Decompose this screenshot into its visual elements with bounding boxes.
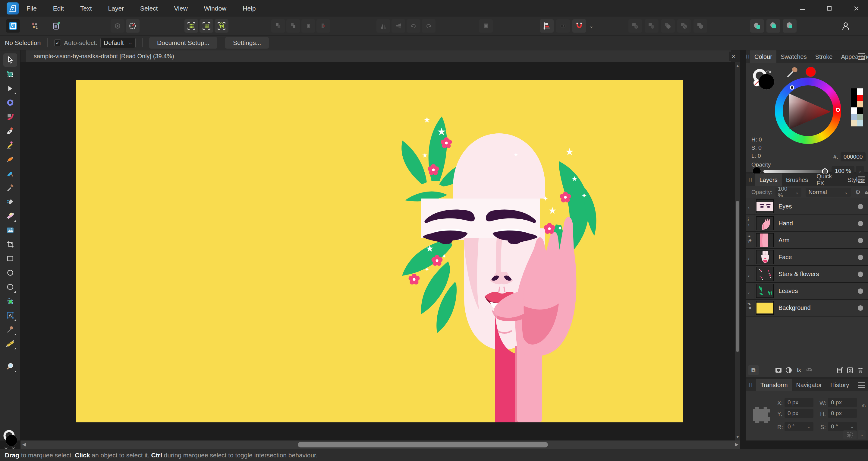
rotate-cw-button[interactable] — [422, 19, 435, 33]
layer-visibility-toggle[interactable] — [858, 271, 863, 277]
tab-swatches[interactable]: Swatches — [776, 50, 811, 63]
vertical-scroll-thumb[interactable] — [736, 201, 739, 352]
new-pixel-layer-icon[interactable] — [845, 365, 855, 375]
layer-row-background[interactable]: ▪▴◦◆ Background — [746, 299, 868, 316]
x-field[interactable]: 0 px — [784, 398, 813, 407]
layer-lock-icon[interactable]: 🔒︎ — [865, 189, 868, 196]
snap-grid-button[interactable] — [184, 19, 198, 33]
expand-chevron-icon[interactable]: › — [748, 290, 749, 295]
autoselect-dropdown[interactable]: Default ⌄ — [100, 38, 135, 48]
layer-row-face[interactable]: › Face — [746, 249, 868, 266]
flip-horizontal-button[interactable] — [376, 19, 390, 33]
delete-layer-trash-icon[interactable] — [855, 365, 866, 375]
layers-opacity-dropdown[interactable]: 100 % ⌄ — [775, 188, 801, 197]
transform-mode-toggle[interactable] — [556, 19, 570, 33]
y-field[interactable]: 0 px — [784, 409, 813, 418]
tab-layers[interactable]: Layers — [755, 173, 782, 186]
ruler-tool[interactable] — [3, 337, 17, 350]
pen-tool[interactable] — [3, 124, 17, 138]
rounded-rectangle-tool[interactable] — [3, 280, 17, 293]
menu-view[interactable]: View — [174, 5, 187, 12]
layer-effects-fx-icon[interactable]: fx — [794, 365, 804, 375]
paint-brush-tool[interactable] — [3, 167, 17, 180]
layer-visibility-toggle[interactable] — [858, 255, 863, 260]
app-logo-icon[interactable] — [7, 2, 19, 15]
autoselect-checkbox[interactable]: ✓ — [54, 39, 61, 46]
panel-menu-icon[interactable] — [858, 53, 865, 60]
layer-thumbnail[interactable] — [756, 267, 774, 281]
node-tool[interactable] — [3, 82, 17, 95]
ellipse-tool[interactable] — [3, 266, 17, 279]
knife-tool[interactable] — [3, 181, 17, 194]
expand-chevron-icon[interactable]: › — [748, 273, 749, 278]
scroll-left-icon[interactable]: ◀ — [22, 442, 26, 447]
chevron-down-icon[interactable]: ⌄ — [858, 430, 866, 439]
move-backward-button[interactable] — [301, 19, 315, 33]
layer-row-stars-flowers[interactable]: › Stars & flowers — [746, 266, 868, 283]
account-button[interactable] — [839, 19, 852, 33]
layer-thumbnail[interactable] — [756, 301, 774, 315]
layer-settings-gear-icon[interactable]: ⚙ — [855, 189, 861, 196]
layer-row-hand[interactable]: ⟆› Hand — [746, 215, 868, 232]
tab-colour[interactable]: Colour — [750, 50, 776, 63]
opacity-slider[interactable] — [764, 170, 827, 173]
document-setup-button[interactable]: Document Setup... — [149, 37, 217, 49]
boolean-combine-button[interactable] — [693, 19, 707, 33]
panel-grip-icon[interactable]: II — [746, 50, 750, 63]
layer-visibility-toggle[interactable] — [858, 204, 863, 209]
layer-thumbnail[interactable] — [756, 250, 774, 264]
menu-file[interactable]: File — [27, 5, 37, 12]
panel-grip-icon[interactable]: II — [746, 379, 756, 391]
layer-visibility-toggle[interactable] — [858, 238, 863, 243]
move-tool[interactable] — [3, 53, 17, 67]
horizontal-scroll-thumb[interactable] — [298, 442, 548, 448]
snap-geometry-button[interactable] — [215, 19, 228, 33]
insert-inside-button[interactable] — [783, 19, 797, 33]
selection-box-toggle[interactable] — [843, 430, 857, 439]
scroll-right-icon[interactable]: ▶ — [735, 442, 738, 447]
layer-visibility-toggle[interactable] — [858, 221, 863, 226]
layer-visibility-toggle[interactable] — [858, 288, 863, 294]
layer-thumbnail[interactable] — [756, 233, 774, 247]
move-forward-button[interactable] — [286, 19, 300, 33]
snap-pixels-button[interactable] — [199, 19, 213, 33]
insert-on-top-button[interactable] — [767, 19, 780, 33]
shape-builder-tool[interactable] — [3, 294, 17, 308]
expand-chevron-icon[interactable]: › — [748, 222, 749, 227]
rotate-ccw-button[interactable] — [407, 19, 421, 33]
menu-edit[interactable]: Edit — [53, 5, 64, 12]
tab-transform[interactable]: Transform — [756, 379, 792, 391]
edit-all-layers-icon[interactable]: ⧉ — [748, 365, 758, 375]
colour-picker-tool[interactable] — [3, 323, 17, 336]
preferences-gear-button[interactable] — [126, 19, 140, 33]
menu-layer[interactable]: Layer — [108, 5, 124, 12]
blend-mode-dropdown[interactable]: Normal ⌄ — [806, 188, 851, 197]
insert-behind-button[interactable] — [750, 19, 764, 33]
toggle-ui-gear-button[interactable] — [111, 19, 124, 33]
boolean-divide-button[interactable] — [677, 19, 691, 33]
snapping-magnet-button[interactable] — [572, 19, 586, 33]
picked-colour-swatch[interactable] — [806, 67, 816, 77]
s-field[interactable]: 0 °⌄ — [828, 422, 857, 431]
scroll-up-icon[interactable]: ▲ — [736, 63, 740, 68]
document-tab[interactable]: sample-vision-by-nastka-drabot [Read Onl… — [26, 50, 731, 62]
insert-behaviour-button[interactable] — [479, 19, 493, 33]
fill-tool[interactable] — [3, 195, 17, 208]
designer-persona-button[interactable] — [6, 19, 20, 33]
vertical-scrollbar[interactable]: ▲ ▼ — [735, 62, 740, 440]
menu-help[interactable]: Help — [243, 5, 255, 12]
boolean-subtract-button[interactable] — [645, 19, 658, 33]
artboard-tool[interactable] — [3, 67, 17, 81]
menu-text[interactable]: Text — [80, 5, 92, 12]
hex-input[interactable]: 000000 — [841, 152, 866, 162]
triangle-marker[interactable] — [790, 85, 794, 90]
menu-select[interactable]: Select — [140, 5, 158, 12]
corner-tool[interactable] — [3, 110, 17, 123]
panel-menu-icon[interactable] — [858, 382, 865, 388]
panel-menu-icon[interactable] — [858, 176, 865, 183]
layer-row-leaves[interactable]: › Leaves — [746, 283, 868, 299]
horizontal-scrollbar[interactable]: ◀ ▶ — [21, 440, 740, 449]
new-layer-icon[interactable] — [835, 365, 845, 375]
document-viewport[interactable]: ★ ★ ★ ★ ★ ★ ★ ✦ ✦ ✦ ✦ ✦ ✦ — [21, 62, 740, 440]
tab-brushes[interactable]: Brushes — [782, 173, 812, 186]
